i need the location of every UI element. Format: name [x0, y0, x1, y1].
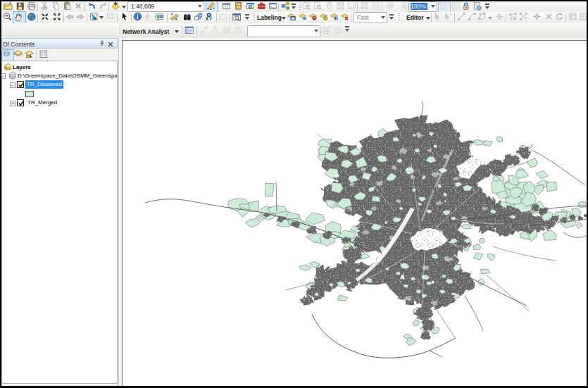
svg-text:Y: Y: [209, 16, 213, 21]
svg-text:1:1: 1:1: [349, 4, 355, 8]
